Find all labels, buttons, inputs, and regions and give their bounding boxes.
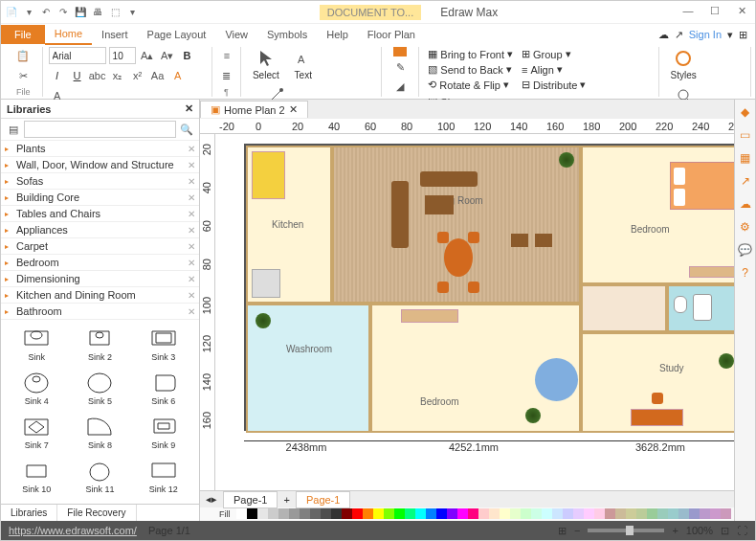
case-button[interactable]: Aa [149,67,167,84]
page-tab-1-alt[interactable]: Page-1 [296,491,350,508]
color-swatch[interactable] [657,508,668,519]
styles-button[interactable]: Styles [665,47,702,82]
close-tab-icon[interactable]: ✕ [289,103,298,116]
group-button[interactable]: ⊞Group▾ [519,47,589,61]
close-lib-icon[interactable]: ✕ [188,241,195,252]
toilet[interactable] [674,296,687,313]
zoom-in-icon[interactable]: + [672,525,678,536]
lib-item[interactable]: ▸Building Core✕ [1,190,199,206]
color-swatch[interactable] [342,508,352,519]
help-icon[interactable]: ☁ [658,29,669,41]
shape-sink-6[interactable]: Sink 6 [134,370,193,410]
bullets-icon[interactable]: ≡ [218,47,235,64]
color-swatch[interactable] [615,508,626,519]
lib-item[interactable]: ▸Bathroom✕ [1,304,199,320]
color-swatch[interactable] [605,508,615,519]
desk-chair[interactable] [652,393,663,404]
layers-icon[interactable]: ▦ [738,151,753,167]
sidebar-tab-libraries[interactable]: Libraries [1,505,57,521]
lib-item[interactable]: ▸Dimensioning✕ [1,271,199,287]
new-icon[interactable]: 📄 [5,6,18,19]
shape-sink-3[interactable]: Sink 3 [134,326,193,366]
maximize-button[interactable]: ☐ [705,5,724,20]
zoom-out-icon[interactable]: − [574,525,580,536]
shape-sink-12[interactable]: Sink 12 [134,458,193,498]
tab-insert[interactable]: Insert [92,25,138,44]
chair[interactable] [437,282,449,293]
plant[interactable] [559,152,574,168]
sign-in-link[interactable]: Sign In [689,29,722,40]
room-bath[interactable] [667,284,734,332]
color-swatch[interactable] [700,508,710,519]
side-table[interactable] [511,234,528,247]
tab-page-layout[interactable]: Page Layout [138,25,216,44]
color-swatch[interactable] [647,508,657,519]
preview-icon[interactable]: ⬚ [108,6,122,19]
color-swatch[interactable] [542,508,552,519]
redo-icon[interactable]: ↷ [56,6,70,19]
color-swatch[interactable] [478,508,489,519]
cut-icon[interactable]: ✂ [14,67,32,84]
color-swatch[interactable] [552,508,563,519]
room-bedroom-2[interactable]: Bedroom [370,304,581,433]
color-swatch[interactable] [636,508,647,519]
room-washroom[interactable]: Washroom [246,304,370,433]
color-swatch[interactable] [257,508,268,519]
close-lib-icon[interactable]: ✕ [188,306,195,317]
chevron-down-icon[interactable]: ▾ [727,29,733,41]
line-color-icon[interactable]: ✎ [391,58,409,76]
shape-sink-5[interactable]: Sink 5 [70,370,129,410]
close-lib-icon[interactable]: ✕ [188,144,195,154]
tab-help[interactable]: Help [317,25,358,44]
color-swatch[interactable] [521,508,531,519]
color-swatch[interactable] [363,508,373,519]
comment-icon[interactable]: 💬 [738,243,753,259]
print-icon[interactable]: 🖶 [91,6,104,19]
bed[interactable] [670,162,734,210]
color-swatch[interactable] [510,508,521,519]
select-tool[interactable]: Select [247,47,285,82]
align-icon[interactable]: ≣ [218,67,235,84]
color-swatch[interactable] [426,508,436,519]
shape-sink-10[interactable]: Sink 10 [7,458,66,498]
close-sidebar-icon[interactable]: ✕ [185,102,193,115]
close-lib-icon[interactable]: ✕ [188,209,195,219]
bathtub[interactable] [693,294,712,321]
text-tool[interactable]: A Text [288,47,319,82]
color-swatch[interactable] [236,508,247,519]
chair[interactable] [468,232,479,243]
color-swatch[interactable] [405,508,415,519]
color-swatch[interactable] [594,508,605,519]
close-lib-icon[interactable]: ✕ [188,192,195,203]
color-swatch[interactable] [321,508,331,519]
tab-file[interactable]: File [1,25,45,44]
search-icon[interactable]: 🔍 [178,121,195,138]
distribute-button[interactable]: ⊟Distribute▾ [519,78,589,92]
sofa-2[interactable] [420,171,478,187]
color-swatch[interactable] [710,508,721,519]
undo-icon[interactable]: ↶ [39,6,53,19]
color-swatch[interactable] [721,508,731,519]
color-swatch[interactable] [384,508,394,519]
dining-table[interactable] [444,238,473,277]
close-button[interactable]: ✕ [732,5,751,20]
shape-sink-2[interactable]: Sink 2 [70,326,129,366]
dresser[interactable] [401,309,458,323]
size-select[interactable] [109,47,136,64]
tab-home[interactable]: Home [45,24,92,45]
plant[interactable] [256,313,271,328]
close-lib-icon[interactable]: ✕ [188,258,195,268]
lib-item[interactable]: ▸Plants✕ [1,141,199,157]
page-setup-icon[interactable]: ▭ [738,128,753,144]
rotate-flip-button[interactable]: ⟲Rotate & Flip▾ [425,78,516,92]
chair[interactable] [437,232,449,243]
color-swatch[interactable] [289,508,300,519]
coffee-table[interactable] [425,195,454,214]
paste-icon[interactable]: 📋 [14,47,32,64]
room-study[interactable]: Study [581,332,734,433]
color-swatch[interactable] [584,508,594,519]
view-mode-icon[interactable]: ⊞ [558,525,567,537]
color-swatch[interactable] [300,508,310,519]
font-select[interactable] [49,47,106,64]
rug[interactable] [535,358,578,401]
